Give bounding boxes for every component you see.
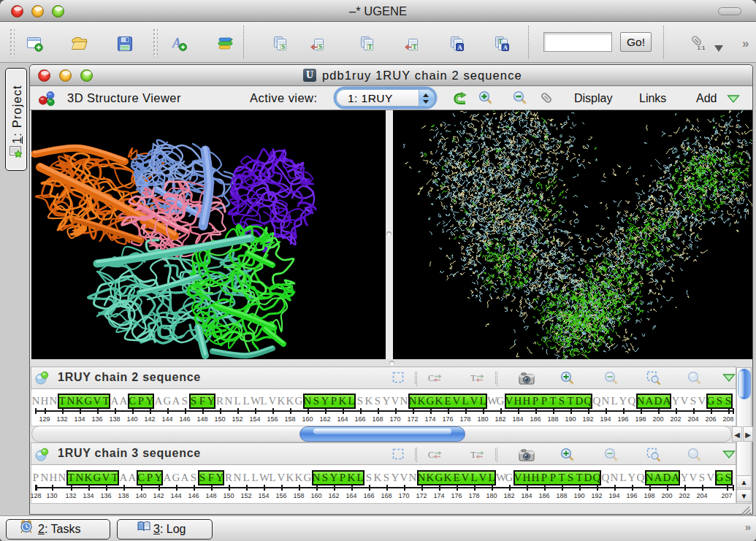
svg-text:T: T <box>470 373 476 383</box>
svg-text:T: T <box>368 43 373 50</box>
svg-text:T: T <box>498 38 503 45</box>
svg-text:A: A <box>457 44 462 51</box>
svg-text:S: S <box>318 43 322 50</box>
svg-text:1:1: 1:1 <box>697 45 706 51</box>
svg-text:C: C <box>428 373 434 383</box>
svg-text:T: T <box>470 450 476 460</box>
svg-text:T: T <box>413 43 417 50</box>
svg-text:S: S <box>281 43 285 50</box>
svg-text:A: A <box>503 45 508 51</box>
svg-text:C: C <box>428 450 434 460</box>
